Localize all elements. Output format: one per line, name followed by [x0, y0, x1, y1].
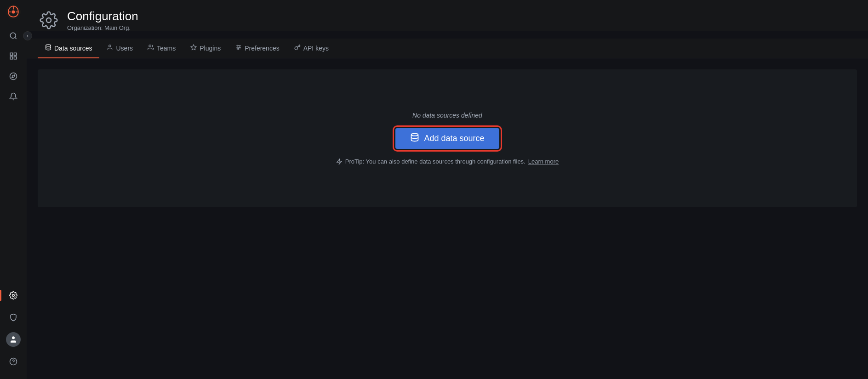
header-text: Configuration Organization: Main Org. — [67, 9, 138, 31]
sidebar-item-explore[interactable] — [4, 67, 23, 85]
svg-point-1 — [11, 10, 15, 13]
configuration-icon — [38, 9, 60, 31]
svg-marker-20 — [191, 45, 196, 50]
sidebar-item-shield[interactable] — [4, 308, 23, 327]
svg-point-10 — [10, 73, 17, 80]
tab-plugins[interactable]: Plugins — [183, 39, 228, 58]
svg-rect-9 — [14, 57, 17, 59]
database-icon — [410, 133, 419, 144]
plugins-icon — [190, 44, 197, 52]
svg-point-17 — [46, 45, 51, 46]
svg-rect-7 — [14, 53, 17, 55]
page-header: Configuration Organization: Main Org. — [27, 0, 868, 31]
svg-point-25 — [239, 47, 240, 48]
avatar[interactable] — [6, 332, 21, 347]
svg-marker-11 — [12, 75, 15, 78]
users-icon — [107, 44, 113, 52]
svg-point-5 — [10, 33, 16, 38]
tab-teams-label: Teams — [157, 45, 176, 52]
protip-text: ProTip: You can also define data sources… — [336, 158, 559, 165]
svg-point-16 — [46, 18, 51, 23]
sidebar-item-dashboards[interactable] — [4, 47, 23, 65]
sidebar-toggle-button[interactable]: › — [23, 31, 32, 40]
sidebar-item-alerting[interactable] — [4, 87, 23, 106]
svg-point-19 — [149, 45, 151, 47]
data-sources-icon — [45, 44, 51, 52]
tab-users[interactable]: Users — [99, 39, 140, 58]
data-sources-panel: No data sources defined Add data source … — [38, 69, 857, 207]
sidebar: › — [0, 0, 27, 379]
tab-plugins-label: Plugins — [200, 45, 221, 52]
svg-rect-6 — [10, 53, 12, 55]
main-content: Configuration Organization: Main Org. Da… — [27, 0, 868, 379]
page-subtitle: Organization: Main Org. — [67, 24, 138, 31]
svg-marker-28 — [337, 159, 342, 164]
tab-data-sources-label: Data sources — [54, 45, 92, 52]
sidebar-item-configuration[interactable] — [4, 286, 23, 305]
add-data-source-label: Add data source — [424, 134, 484, 143]
svg-rect-8 — [10, 57, 12, 59]
tab-data-sources[interactable]: Data sources — [38, 39, 99, 58]
svg-point-26 — [238, 48, 239, 49]
grafana-logo[interactable] — [5, 4, 22, 20]
preferences-icon — [235, 44, 242, 52]
protip-message: ProTip: You can also define data sources… — [345, 158, 525, 165]
tab-users-label: Users — [116, 45, 133, 52]
learn-more-link[interactable]: Learn more — [528, 158, 559, 165]
tab-api-keys-label: API keys — [303, 45, 329, 52]
sidebar-item-search[interactable] — [4, 27, 23, 45]
page-title: Configuration — [67, 9, 138, 23]
api-keys-icon — [294, 44, 301, 52]
svg-point-13 — [12, 336, 15, 339]
add-data-source-button[interactable]: Add data source — [395, 128, 499, 149]
svg-point-27 — [411, 134, 418, 136]
svg-point-18 — [109, 45, 111, 47]
sidebar-item-help[interactable] — [4, 352, 23, 371]
tabs-bar: Data sources Users Teams — [27, 39, 868, 58]
empty-message: No data sources defined — [412, 112, 482, 119]
content-area: No data sources defined Add data source … — [27, 58, 868, 379]
svg-point-12 — [12, 294, 15, 297]
sidebar-item-profile[interactable] — [4, 330, 23, 349]
protip-icon — [336, 158, 343, 165]
teams-icon — [148, 44, 154, 52]
tab-teams[interactable]: Teams — [140, 39, 183, 58]
tab-preferences-label: Preferences — [245, 45, 279, 52]
tab-api-keys[interactable]: API keys — [287, 39, 336, 58]
svg-point-24 — [237, 45, 238, 46]
tab-preferences[interactable]: Preferences — [228, 39, 286, 58]
